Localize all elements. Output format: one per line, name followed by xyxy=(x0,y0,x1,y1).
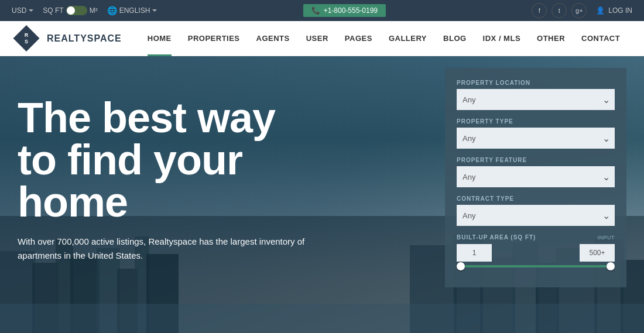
m2-label: M² xyxy=(90,6,98,15)
contract-select-wrapper: Any ⌄ xyxy=(457,205,615,226)
svg-marker-0 xyxy=(29,9,33,12)
logo-diamond: RS xyxy=(12,24,41,53)
twitter-icon[interactable]: t xyxy=(551,3,567,18)
svg-rect-19 xyxy=(0,304,644,333)
type-label: PROPERTY TYPE xyxy=(457,118,615,125)
user-icon: 👤 xyxy=(596,6,605,15)
contract-label: CONTRACT TYPE xyxy=(457,195,615,202)
area-slider-min-handle[interactable] xyxy=(457,262,465,270)
location-label: PROPERTY LOCATION xyxy=(457,80,615,86)
hero-section: The best way to find your home With over… xyxy=(0,56,644,333)
social-icons: f t g+ xyxy=(532,3,587,18)
brand-name: REALTYSPACE xyxy=(47,33,122,44)
area-min-input[interactable] xyxy=(457,244,492,262)
nav-pages[interactable]: PAGES xyxy=(337,21,381,56)
type-field-group: PROPERTY TYPE Any ⌄ xyxy=(457,118,615,149)
currency-usd[interactable]: USD xyxy=(12,6,33,15)
toggle-knob xyxy=(67,6,75,15)
logo-text: RS xyxy=(25,32,29,45)
hero-title: The best way to find your home xyxy=(18,97,416,223)
nav-idx-mls[interactable]: IDX / MLS xyxy=(475,21,529,56)
facebook-icon[interactable]: f xyxy=(532,3,547,18)
unit-switch[interactable] xyxy=(66,6,87,15)
login-label: LOG IN xyxy=(608,6,632,15)
feature-label: PROPERTY FEATURE xyxy=(457,157,615,163)
svg-marker-1 xyxy=(152,9,157,12)
lang-chevron-icon xyxy=(152,8,157,13)
usd-label: USD xyxy=(12,6,26,15)
feature-select-wrapper: Any ⌄ xyxy=(457,166,615,187)
hero-title-line3: home xyxy=(18,181,416,223)
location-select-wrapper: Any ⌄ xyxy=(457,89,615,110)
phone-box: 📞 +1-800-555-0199 xyxy=(303,4,386,17)
logo-area[interactable]: RS REALTYSPACE xyxy=(12,24,122,53)
main-nav: HOME PROPERTIES AGENTS USER PAGES GALLER… xyxy=(139,21,632,56)
area-slider-max-handle[interactable] xyxy=(607,262,615,270)
area-input-toggle[interactable]: INPUT xyxy=(598,235,615,241)
nav-blog[interactable]: BLOG xyxy=(435,21,475,56)
area-header: BUILT-UP AREA (SQ FT) INPUT xyxy=(457,234,615,241)
nav-other[interactable]: OTHER xyxy=(529,21,573,56)
type-select[interactable]: Any xyxy=(457,128,615,149)
nav-user[interactable]: USER xyxy=(298,21,337,56)
area-slider-track xyxy=(457,265,615,267)
googleplus-icon[interactable]: g+ xyxy=(571,3,587,18)
phone-icon: 📞 xyxy=(311,6,320,15)
phone-area: 📞 +1-800-555-0199 xyxy=(303,4,386,17)
area-label: BUILT-UP AREA (SQ FT) xyxy=(457,234,536,241)
language-label: ENGLISH xyxy=(119,6,150,15)
contract-field-group: CONTRACT TYPE Any ⌄ xyxy=(457,195,615,226)
feature-select[interactable]: Any xyxy=(457,166,615,187)
unit-toggle[interactable]: SQ FT M² xyxy=(43,6,97,15)
nav-agents[interactable]: AGENTS xyxy=(248,21,298,56)
area-inputs-row xyxy=(457,244,615,262)
nav-home[interactable]: HOME xyxy=(139,21,180,56)
sqft-label: SQ FT xyxy=(43,6,63,15)
contract-select[interactable]: Any xyxy=(457,205,615,226)
nav-contact[interactable]: CONTACT xyxy=(573,21,628,56)
phone-number: +1-800-555-0199 xyxy=(324,6,378,15)
location-field-group: PROPERTY LOCATION Any ⌄ xyxy=(457,80,615,110)
language-selector[interactable]: 🌐 ENGLISH xyxy=(107,6,157,15)
globe-icon: 🌐 xyxy=(107,6,117,15)
hero-title-line2: to find your xyxy=(18,139,416,181)
feature-field-group: PROPERTY FEATURE Any ⌄ xyxy=(457,157,615,187)
hero-subtitle: With over 700,000 active listings, Realt… xyxy=(18,235,334,263)
hero-title-line1: The best way xyxy=(18,97,416,139)
top-bar-left: USD SQ FT M² 🌐 ENGLISH xyxy=(12,6,157,15)
area-field-group: BUILT-UP AREA (SQ FT) INPUT xyxy=(457,234,615,267)
area-max-input[interactable] xyxy=(580,244,615,262)
top-bar: USD SQ FT M² 🌐 ENGLISH 📞 +1-800-555-0199… xyxy=(0,0,644,21)
nav-gallery[interactable]: GALLERY xyxy=(381,21,435,56)
location-select[interactable]: Any xyxy=(457,89,615,110)
header: RS REALTYSPACE HOME PROPERTIES AGENTS US… xyxy=(0,21,644,56)
chevron-down-icon xyxy=(29,8,33,13)
login-button[interactable]: 👤 LOG IN xyxy=(596,6,632,15)
area-slider-fill xyxy=(457,265,615,267)
top-bar-right: f t g+ 👤 LOG IN xyxy=(532,3,632,18)
hero-content: The best way to find your home With over… xyxy=(18,74,416,298)
type-select-wrapper: Any ⌄ xyxy=(457,128,615,149)
search-panel: PROPERTY LOCATION Any ⌄ PROPERTY TYPE An… xyxy=(445,68,626,287)
nav-properties[interactable]: PROPERTIES xyxy=(180,21,248,56)
